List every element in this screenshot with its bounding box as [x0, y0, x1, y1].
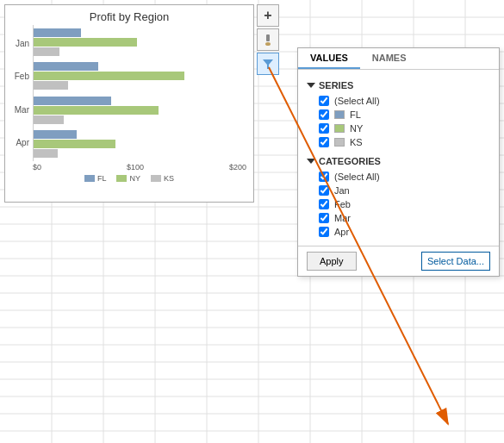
- bar-group-apr: [34, 130, 246, 158]
- series-ks-label: KS: [350, 137, 363, 147]
- series-select-all-checkbox[interactable]: [319, 96, 329, 106]
- bar-group-mar: [34, 97, 246, 124]
- series-ks-color: [334, 138, 345, 147]
- legend-item-fl: FL: [84, 174, 107, 183]
- legend-color-ny: [116, 175, 127, 182]
- category-apr-label: Apr: [334, 227, 349, 237]
- category-mar: Mar: [307, 211, 490, 225]
- svg-marker-36: [263, 59, 273, 69]
- category-select-all-checkbox[interactable]: [319, 172, 329, 182]
- series-ny-color: [334, 124, 345, 133]
- series-ny: NY: [307, 122, 490, 135]
- category-feb-checkbox[interactable]: [319, 199, 329, 209]
- series-ks-checkbox[interactable]: [319, 137, 329, 147]
- series-ks: KS: [307, 135, 490, 149]
- category-apr: Apr: [307, 225, 490, 239]
- bar-apr-fl: [34, 130, 77, 139]
- series-fl-label: FL: [350, 109, 361, 120]
- category-jan-label: Jan: [334, 185, 350, 196]
- series-collapse-icon: [307, 83, 315, 88]
- series-fl-color: [334, 110, 345, 119]
- y-label-apr: Apr: [16, 138, 29, 147]
- series-section-header[interactable]: SERIES: [307, 80, 490, 90]
- category-jan: Jan: [307, 184, 490, 197]
- bar-jan-ny: [34, 38, 137, 47]
- tab-values[interactable]: VALUES: [298, 48, 360, 69]
- legend-color-fl: [84, 175, 95, 182]
- select-data-button[interactable]: Select Data...: [421, 252, 490, 271]
- paint-button[interactable]: [257, 28, 279, 51]
- apply-button[interactable]: Apply: [307, 252, 357, 271]
- legend-color-ks: [151, 175, 161, 182]
- filter-button[interactable]: [257, 53, 279, 75]
- bar-mar-ny: [34, 106, 159, 115]
- filter-content: SERIES (Select All) FL NY KS CATEGORIES: [298, 70, 499, 246]
- category-select-all: (Select All): [307, 170, 490, 184]
- chart-body: Jan Feb Mar Apr: [5, 25, 253, 161]
- categories-collapse-icon: [307, 159, 315, 164]
- series-select-all: (Select All): [307, 94, 490, 108]
- filter-footer: Apply Select Data...: [298, 246, 499, 276]
- bar-feb-ny: [34, 72, 184, 80]
- bar-apr-ny: [34, 140, 115, 148]
- bar-feb-ks: [34, 81, 68, 90]
- right-toolbar: +: [257, 4, 273, 75]
- y-label-mar: Mar: [15, 105, 29, 115]
- legend-item-ks: KS: [151, 174, 174, 183]
- series-select-all-label: (Select All): [334, 96, 380, 106]
- paintbrush-icon: [261, 33, 275, 47]
- chart-container: Profit by Region Jan Feb Mar Apr: [4, 4, 254, 203]
- bar-feb-fl: [34, 62, 98, 71]
- chart-title: Profit by Region: [5, 5, 253, 25]
- category-mar-label: Mar: [334, 213, 351, 223]
- legend-item-ny: NY: [116, 174, 140, 183]
- legend-label-ny: NY: [129, 174, 140, 183]
- category-feb: Feb: [307, 197, 490, 211]
- svg-point-35: [265, 42, 271, 46]
- x-axis: $0 $100 $200: [5, 161, 246, 172]
- bar-jan-ks: [34, 47, 59, 56]
- category-mar-checkbox[interactable]: [319, 213, 329, 223]
- svg-rect-34: [266, 34, 270, 41]
- series-header-label: SERIES: [319, 80, 353, 90]
- series-ny-checkbox[interactable]: [319, 123, 329, 134]
- bar-group-jan: [34, 28, 246, 56]
- categories-header-label: CATEGORIES: [319, 156, 381, 166]
- add-element-button[interactable]: +: [257, 4, 279, 27]
- category-feb-label: Feb: [334, 199, 351, 209]
- x-label-200: $200: [229, 163, 246, 172]
- x-label-100: $100: [127, 163, 144, 172]
- y-label-jan: Jan: [16, 39, 29, 48]
- x-label-0: $0: [33, 163, 41, 172]
- chart-legend: FL NY KS: [5, 172, 253, 185]
- category-apr-checkbox[interactable]: [319, 227, 329, 237]
- filter-tabs: VALUES NAMES: [298, 48, 499, 70]
- bar-group-feb: [34, 62, 246, 90]
- series-fl-checkbox[interactable]: [319, 109, 329, 120]
- bar-mar-fl: [34, 97, 111, 105]
- bar-apr-ks: [34, 149, 58, 158]
- tab-names[interactable]: NAMES: [360, 48, 419, 69]
- bars-area: [33, 25, 246, 161]
- bar-mar-ks: [34, 115, 64, 124]
- legend-label-ks: KS: [164, 174, 174, 183]
- y-axis-labels: Jan Feb Mar Apr: [9, 25, 33, 161]
- filter-panel: VALUES NAMES SERIES (Select All) FL NY K…: [297, 47, 500, 277]
- category-select-all-label: (Select All): [334, 172, 380, 182]
- bar-jan-fl: [34, 28, 81, 37]
- series-fl: FL: [307, 108, 490, 122]
- filter-icon: [261, 57, 275, 71]
- series-ny-label: NY: [350, 123, 363, 134]
- category-jan-checkbox[interactable]: [319, 185, 329, 196]
- legend-label-fl: FL: [97, 174, 107, 183]
- categories-section-header[interactable]: CATEGORIES: [307, 156, 490, 166]
- y-label-feb: Feb: [15, 72, 29, 81]
